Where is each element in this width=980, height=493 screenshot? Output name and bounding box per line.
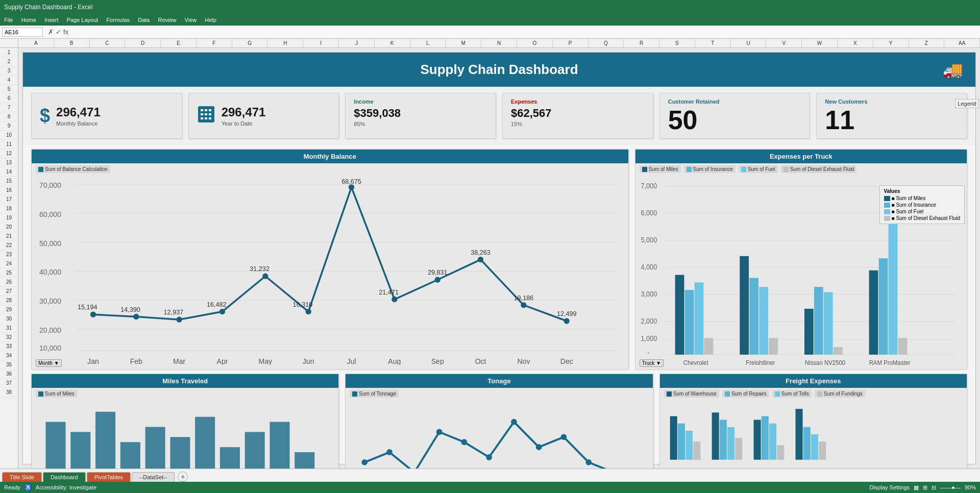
col-header-w[interactable]: W [802, 39, 838, 47]
col-header-r[interactable]: R [624, 39, 659, 47]
ribbon-tab-formulas[interactable]: Formulas [106, 17, 130, 23]
view-normal-icon[interactable]: ▦ [914, 484, 919, 491]
row-35[interactable]: 35 [0, 360, 18, 369]
new-sheet-button[interactable]: + [178, 472, 188, 482]
col-header-q[interactable]: Q [589, 39, 624, 47]
row-33[interactable]: 33 [0, 342, 18, 351]
row-37[interactable]: 37 [0, 379, 18, 388]
confirm-icon[interactable]: ✓ [56, 28, 61, 36]
row-20[interactable]: 20 [0, 223, 18, 232]
row-7[interactable]: 7 [0, 103, 18, 112]
col-header-d[interactable]: D [125, 39, 161, 47]
truck-filter-dropdown[interactable]: Truck ▼ [640, 359, 664, 367]
col-header-u[interactable]: U [731, 39, 767, 47]
ribbon-tab-file[interactable]: File [4, 17, 13, 23]
col-header-f[interactable]: F [197, 39, 232, 47]
col-header-s[interactable]: S [659, 39, 695, 47]
month-filter-dropdown[interactable]: Month ▼ [36, 359, 62, 367]
row-10[interactable]: 10 [0, 131, 18, 140]
col-header-aa[interactable]: AA [944, 39, 980, 47]
ribbon-tab-data[interactable]: Data [138, 17, 150, 23]
col-header-e[interactable]: E [161, 39, 197, 47]
col-header-y[interactable]: Y [873, 39, 909, 47]
row-27[interactable]: 27 [0, 287, 18, 296]
ribbon-tab-review[interactable]: Review [158, 17, 176, 23]
col-header-p[interactable]: P [553, 39, 589, 47]
cancel-icon[interactable]: ✗ [48, 28, 54, 36]
row-32[interactable]: 32 [0, 333, 18, 342]
kpi-income-value: $359,038 [354, 107, 487, 120]
ribbon-tab-help[interactable]: Help [205, 17, 216, 23]
row-34[interactable]: 34 [0, 351, 18, 360]
display-settings[interactable]: Display Settings [869, 484, 910, 490]
legend-fundings: Sum of Fundings [815, 390, 865, 398]
bar-nissan-def [834, 347, 843, 355]
row-6[interactable]: 6 [0, 94, 18, 103]
bar-chevrolet-miles [675, 275, 684, 355]
col-header-x[interactable]: X [838, 39, 873, 47]
col-header-n[interactable]: N [481, 39, 517, 47]
col-header-h[interactable]: H [267, 39, 303, 47]
truck-filter-label: Truck [642, 360, 655, 366]
svg-text:Chevrolet: Chevrolet [683, 359, 708, 365]
row-30[interactable]: 30 [0, 314, 18, 324]
col-header-k[interactable]: K [375, 39, 410, 47]
tab-title-slide[interactable]: Title Slide [2, 472, 42, 482]
row-19[interactable]: 19 [0, 213, 18, 223]
col-header-i[interactable]: I [303, 39, 339, 47]
col-header-l[interactable]: L [410, 39, 446, 47]
col-header-j[interactable]: J [339, 39, 375, 47]
formula-input[interactable] [74, 29, 978, 35]
row-13[interactable]: 13 [0, 158, 18, 167]
row-36[interactable]: 36 [0, 369, 18, 379]
tab-pivottables[interactable]: PivotTables [87, 472, 131, 482]
row-22[interactable]: 22 [0, 241, 18, 250]
col-header-c[interactable]: C [90, 39, 126, 47]
col-header-m[interactable]: M [446, 39, 481, 47]
cell-ref-box[interactable]: AE16 [2, 28, 43, 37]
bar-ram-insurance [878, 258, 888, 355]
row-5[interactable]: 5 [0, 85, 18, 94]
row-29[interactable]: 29 [0, 305, 18, 314]
row-14[interactable]: 14 [0, 167, 18, 177]
ribbon-tab-pagelayout[interactable]: Page Layout [67, 17, 99, 23]
col-header-t[interactable]: T [695, 39, 731, 47]
row-21[interactable]: 21 [0, 232, 18, 241]
function-icon[interactable]: fx [63, 28, 68, 36]
row-1[interactable]: 1 [0, 48, 18, 57]
tab-dashboard[interactable]: Dashboard [43, 472, 86, 482]
col-header-b[interactable]: B [54, 39, 90, 47]
row-11[interactable]: 11 [0, 140, 18, 149]
view-pagebreak-icon[interactable]: ⊟ [932, 484, 936, 491]
row-9[interactable]: 9 [0, 121, 18, 131]
row-31[interactable]: 31 [0, 324, 18, 333]
col-header-g[interactable]: G [232, 39, 268, 47]
col-header-v[interactable]: V [766, 39, 802, 47]
row-26[interactable]: 26 [0, 278, 18, 287]
row-38[interactable]: 38 [0, 388, 18, 397]
row-3[interactable]: 3 [0, 66, 18, 76]
ribbon-tab-view[interactable]: View [185, 17, 197, 23]
row-23[interactable]: 23 [0, 250, 18, 259]
svg-text:May: May [259, 357, 273, 365]
zoom-slider[interactable]: ——●— [940, 484, 961, 490]
row-12[interactable]: 12 [0, 149, 18, 158]
row-2[interactable]: 2 [0, 57, 18, 66]
row-25[interactable]: 25 [0, 268, 18, 278]
ribbon-tab-home[interactable]: Home [21, 17, 36, 23]
tab-dataset[interactable]: --DataSet-- [132, 472, 175, 482]
row-15[interactable]: 15 [0, 177, 18, 186]
row-24[interactable]: 24 [0, 259, 18, 268]
ribbon-tab-insert[interactable]: Insert [44, 17, 59, 23]
row-28[interactable]: 28 [0, 296, 18, 305]
col-header-o[interactable]: O [517, 39, 553, 47]
row-17[interactable]: 17 [0, 195, 18, 204]
view-layout-icon[interactable]: ⊞ [923, 484, 927, 491]
col-header-z[interactable]: Z [909, 39, 945, 47]
row-8[interactable]: 8 [0, 112, 18, 121]
monthly-balance-legend: Sum of Balance Calculation [32, 163, 628, 175]
row-16[interactable]: 16 [0, 186, 18, 195]
row-4[interactable]: 4 [0, 76, 18, 85]
col-header-a[interactable]: A [18, 39, 54, 47]
row-18[interactable]: 18 [0, 204, 18, 213]
